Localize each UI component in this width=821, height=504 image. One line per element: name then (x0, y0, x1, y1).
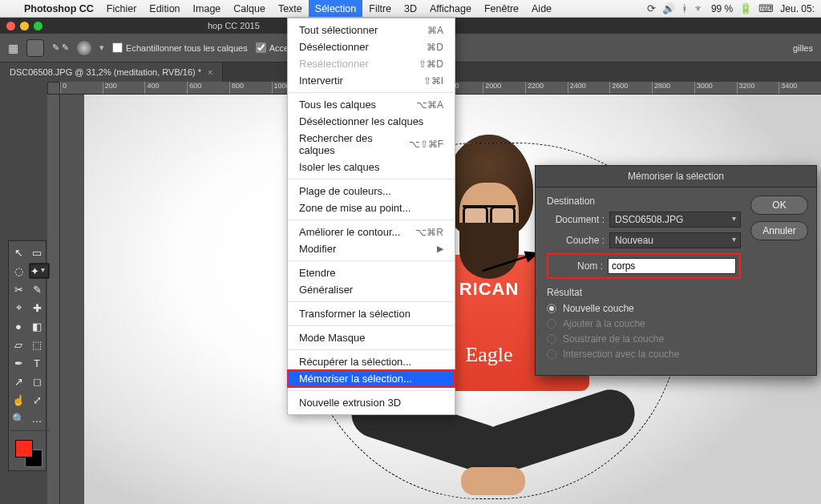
battery-icon[interactable]: 🔋 (739, 2, 752, 14)
tool-hand[interactable]: ☝ (10, 392, 26, 408)
close-icon[interactable] (6, 22, 15, 30)
radio-dot-icon (547, 334, 556, 344)
tool-lasso[interactable]: ◌ (10, 263, 26, 279)
radio-dot-icon (547, 349, 556, 359)
radio-add: Ajouter à la couche (547, 318, 741, 329)
sample-all-checkbox[interactable]: Echantillonner tous les calques (112, 42, 248, 53)
menu-item[interactable]: Désélectionner⌘D (288, 38, 455, 55)
menu-item[interactable]: Zone de mise au point... (288, 200, 455, 216)
menu-selection[interactable]: Sélection (309, 0, 362, 17)
shortcut-label: ⌘A (427, 25, 443, 36)
menu-filtre[interactable]: Filtre (362, 0, 398, 17)
app-name[interactable]: Photoshop CC (18, 3, 100, 14)
menu-item[interactable]: Améliorer le contour...⌥⌘R (288, 224, 455, 240)
menu-fenetre[interactable]: Fenêtre (478, 0, 525, 17)
wifi-icon[interactable]: ᯤ (694, 2, 705, 14)
document-select[interactable]: DSC06508.JPG (609, 212, 741, 228)
radio-new-channel[interactable]: Nouvelle couche (547, 303, 741, 314)
menu-item[interactable]: Mode Masque (288, 329, 455, 346)
tool-zoom[interactable]: 🔍 (10, 410, 26, 426)
menu-item[interactable]: Tout sélectionner⌘A (288, 22, 455, 38)
sync-icon[interactable]: ⟳ (647, 2, 656, 14)
tool-move[interactable]: ↖ (10, 244, 26, 260)
layer-select[interactable]: Nouveau (609, 232, 741, 248)
menu-item[interactable]: Tous les calques⌥⌘A (288, 96, 455, 113)
menu-item[interactable]: Mémoriser la sélection... (288, 370, 455, 387)
brush-preview-icon[interactable] (77, 41, 91, 55)
tool-heal[interactable]: ⌖ (10, 300, 26, 316)
menu-item-label: Désélectionner les calques (299, 115, 423, 127)
account-name[interactable]: gilles (793, 43, 813, 53)
menu-item[interactable]: Isoler les calques (288, 159, 455, 175)
tool-shape[interactable]: ◻ (29, 373, 45, 389)
menu-item[interactable]: Etendre (288, 264, 455, 281)
tool-eyedropper[interactable]: ✎ (29, 281, 45, 297)
window-title: hop CC 2015 (208, 21, 260, 30)
menu-fichier[interactable]: Fichier (100, 0, 144, 17)
menu-image[interactable]: Image (187, 0, 228, 17)
menu-item-label: Etendre (299, 267, 336, 279)
tool-history-brush[interactable]: ◧ (29, 318, 45, 334)
menu-item[interactable]: Désélectionner les calques (288, 113, 455, 130)
tool-marquee[interactable]: ▭ (29, 244, 45, 260)
menubar-right: ⟳ 🔊 ᚼ ᯤ 99 % 🔋 ⌨ Jeu. 05: (647, 2, 821, 14)
selection-menu-dropdown: Tout sélectionner⌘ADésélectionner⌘DResél… (287, 18, 455, 415)
traffic-lights (6, 22, 42, 30)
bluetooth-icon[interactable]: ᚼ (681, 2, 688, 14)
menu-item[interactable]: Généraliser (288, 281, 455, 298)
menu-3d[interactable]: 3D (398, 0, 423, 17)
menu-item[interactable]: Intervertir⇧⌘I (288, 72, 455, 89)
menu-item[interactable]: Plage de couleurs... (288, 183, 455, 200)
minimize-icon[interactable] (20, 22, 29, 30)
input-icon[interactable]: ⌨ (758, 2, 774, 14)
zoom-icon[interactable] (34, 22, 42, 30)
tool-more[interactable]: … (29, 410, 45, 426)
menu-item-label: Plage de couleurs... (299, 185, 391, 197)
menu-calque[interactable]: Calque (227, 0, 272, 17)
menu-item[interactable]: Transformer la sélection (288, 305, 455, 322)
menu-item-label: Mode Masque (299, 332, 365, 344)
menu-item-label: Récupérer la sélection... (299, 356, 411, 368)
radio-dot-icon (547, 304, 556, 313)
tool-mode-icon[interactable]: ✎ ✎ (52, 42, 69, 53)
cancel-button[interactable]: Annuler (750, 221, 808, 240)
menu-texte[interactable]: Texte (272, 0, 309, 17)
tool-eraser[interactable]: ▱ (10, 337, 26, 353)
submenu-arrow-icon: ▶ (437, 244, 443, 254)
mac-menubar: Photoshop CC Fichier Edition Image Calqu… (0, 0, 821, 18)
tool-rotate[interactable]: ⤢ (29, 392, 45, 408)
ok-button[interactable]: OK (750, 196, 808, 215)
menu-affichage[interactable]: Affichage (423, 0, 478, 17)
ruler-origin[interactable] (47, 82, 60, 95)
menu-item[interactable]: Récupérer la sélection... (288, 353, 455, 370)
tool-quick-select[interactable]: ✦ (29, 263, 50, 279)
menu-item-label: Désélectionner (299, 41, 369, 53)
tool-preset[interactable] (26, 39, 44, 57)
foreground-color[interactable] (15, 440, 33, 458)
tool-path[interactable]: ↗ (10, 373, 26, 389)
document-tab[interactable]: DSC06508.JPG @ 31,2% (meditation, RVB/16… (0, 62, 223, 82)
menu-item-label: Modifier (299, 243, 336, 255)
menu-item[interactable]: Rechercher des calques⌥⇧⌘F (288, 130, 455, 159)
chevron-down-icon[interactable]: ▾ (99, 42, 104, 53)
glasses-icon (463, 205, 516, 220)
menu-item[interactable]: Nouvelle extrusion 3D (288, 394, 455, 411)
volume-icon[interactable]: 🔊 (662, 2, 675, 14)
menu-item[interactable]: Modifier▶ (288, 240, 455, 257)
menu-edition[interactable]: Edition (143, 0, 186, 17)
shortcut-label: ⌥⌘A (416, 99, 443, 111)
tool-brush[interactable]: ✚ (29, 300, 45, 316)
home-icon[interactable]: ▦ (8, 42, 18, 54)
tools-separator (10, 430, 50, 431)
tool-stamp[interactable]: ● (10, 318, 26, 334)
close-tab-icon[interactable]: × (208, 67, 212, 77)
name-input[interactable] (608, 258, 736, 274)
tool-type[interactable]: T (29, 355, 45, 371)
menu-item-label: Transformer la sélection (299, 308, 410, 320)
tool-gradient[interactable]: ⬚ (29, 337, 45, 353)
dialog-title: Mémoriser la sélection (536, 166, 816, 187)
color-swatches[interactable] (10, 438, 50, 467)
menu-aide[interactable]: Aide (525, 0, 558, 17)
tool-crop[interactable]: ✂ (10, 281, 26, 297)
tool-pen[interactable]: ✒ (10, 355, 26, 371)
